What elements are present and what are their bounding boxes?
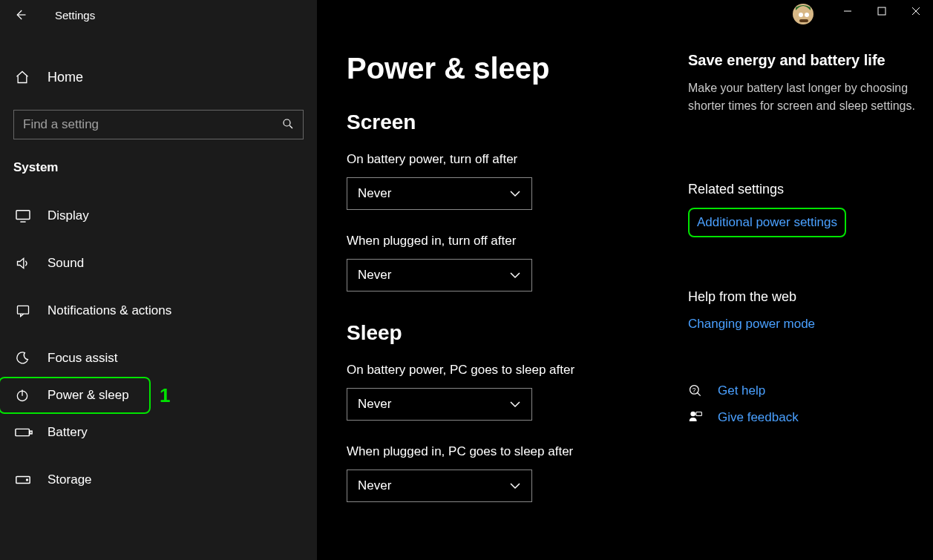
sidebar-item-label: Storage [48,472,92,487]
annotation-marker-1: 1 [160,384,170,407]
home-nav[interactable]: Home [0,59,317,95]
sidebar-item-battery[interactable]: Battery [0,414,317,451]
select-value: Never [358,268,391,283]
close-icon [911,7,920,16]
notifications-icon [15,303,34,318]
svg-point-7 [27,479,28,481]
screen-plugged-select[interactable]: Never [347,259,532,291]
back-button[interactable] [9,4,31,26]
sleep-battery-select[interactable]: Never [347,388,532,421]
chevron-down-icon [509,482,521,490]
svg-point-15 [690,412,695,417]
battery-icon [15,427,34,438]
sidebar-item-label: Power & sleep [48,388,129,403]
svg-rect-4 [16,429,29,435]
sidebar-item-notifications[interactable]: Notifications & actions [0,292,317,329]
give-feedback-link[interactable]: Give feedback [718,410,799,425]
user-avatar[interactable] [792,3,814,25]
energy-heading: Save energy and battery life [688,52,933,69]
info-column: Save energy and battery life Make your b… [688,52,933,502]
feedback-icon [688,410,704,425]
help-heading: Help from the web [688,289,933,305]
display-icon [15,209,34,223]
additional-power-settings-link[interactable]: Additional power settings [688,208,846,237]
close-button[interactable] [899,0,933,22]
sidebar-item-display[interactable]: Display [0,197,317,234]
energy-body: Make your battery last longer by choosin… [688,79,933,115]
sidebar-item-label: Battery [48,425,88,440]
section-sleep: Sleep [347,321,644,345]
main-content: Power & sleep Screen On battery power, t… [317,0,933,560]
chevron-down-icon [509,190,521,197]
titlebar: Settings [0,0,317,30]
sidebar-item-label: Focus assist [48,351,117,366]
svg-point-9 [799,13,803,17]
sidebar-item-label: Notifications & actions [48,303,171,318]
svg-rect-5 [30,431,32,434]
sidebar-item-label: Display [48,208,89,223]
svg-point-0 [284,119,290,126]
chevron-down-icon [509,271,521,279]
svg-rect-2 [18,306,29,314]
get-help-link[interactable]: Get help [718,383,765,398]
search-icon [281,117,295,131]
sidebar-item-power-sleep[interactable]: Power & sleep [0,377,151,414]
section-label-system: System [13,160,317,175]
sleep-plugged-label: When plugged in, PC goes to sleep after [347,444,644,459]
minimize-icon [843,7,852,16]
screen-battery-select[interactable]: Never [347,177,532,210]
svg-text:?: ? [693,386,696,394]
sidebar-item-focus-assist[interactable]: Focus assist [0,340,317,377]
search-input[interactable] [13,110,304,139]
sound-icon [15,256,34,271]
svg-rect-12 [878,7,885,15]
screen-battery-label: On battery power, turn off after [347,152,644,167]
storage-icon [15,475,34,485]
nav-list: Display Sound Notifications & actions Fo… [0,197,317,498]
select-value: Never [358,478,391,493]
screen-plugged-label: When plugged in, turn off after [347,234,644,248]
related-heading: Related settings [688,182,933,197]
search-container [13,110,304,139]
svg-point-10 [805,13,809,17]
app-title: Settings [55,9,95,22]
sidebar-item-label: Sound [48,256,84,271]
svg-rect-1 [16,211,30,220]
help-icon: ? [688,383,704,398]
moon-icon [15,351,34,366]
sidebar-item-sound[interactable]: Sound [0,245,317,282]
minimize-button[interactable] [831,0,865,22]
svg-rect-11 [799,19,808,22]
arrow-left-icon [13,8,27,22]
power-icon [15,388,34,403]
window-controls [831,0,933,22]
sleep-plugged-select[interactable]: Never [347,470,532,502]
chevron-down-icon [509,401,521,408]
svg-rect-16 [696,412,702,416]
select-value: Never [358,397,391,412]
changing-power-mode-link[interactable]: Changing power mode [688,317,815,332]
settings-column: Power & sleep Screen On battery power, t… [347,52,644,502]
maximize-button[interactable] [865,0,899,22]
home-icon [15,70,31,85]
select-value: Never [358,186,391,201]
sidebar-item-storage[interactable]: Storage [0,461,317,498]
home-label: Home [48,70,83,85]
page-title: Power & sleep [347,52,644,85]
maximize-icon [877,7,886,16]
sleep-battery-label: On battery power, PC goes to sleep after [347,363,644,378]
section-screen: Screen [347,111,644,134]
sidebar: Settings Home System Display Sound Notif… [0,0,317,560]
